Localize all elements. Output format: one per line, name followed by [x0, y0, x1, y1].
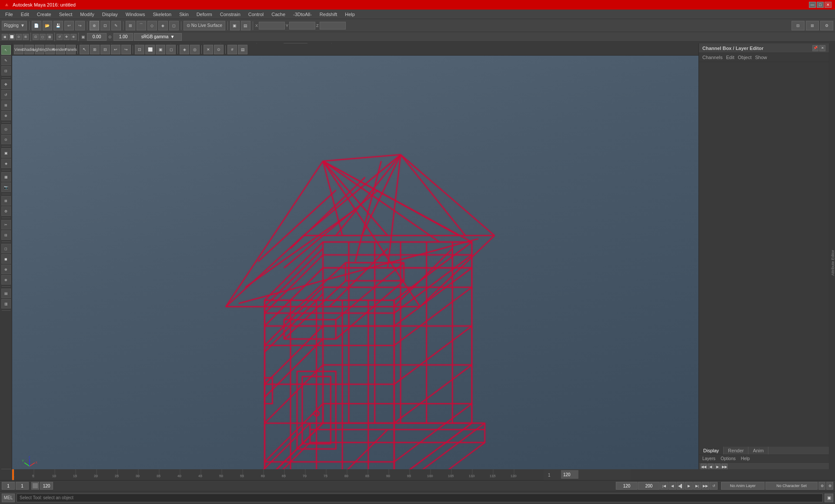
vp-grid[interactable]: # — [227, 45, 237, 54]
snap-surface-btn[interactable]: ◈ — [158, 21, 168, 30]
workspace-dropdown[interactable]: Rigging ▼ — [2, 21, 27, 30]
layer-prev[interactable]: ◀◀ — [701, 464, 707, 470]
zoom-btn[interactable]: ⊕ — [70, 34, 77, 40]
menu-skin[interactable]: Skin — [176, 11, 192, 18]
menu-cache[interactable]: Cache — [268, 11, 289, 18]
menu-modify[interactable]: Modify — [77, 11, 97, 18]
undo-btn[interactable]: ↩ — [64, 21, 74, 30]
menu-redshift[interactable]: Redshift — [316, 11, 341, 18]
menu-select[interactable]: Select — [56, 11, 76, 18]
vp-menu3[interactable]: Lighting — [35, 45, 44, 54]
orbit-btn[interactable]: ↺ — [57, 34, 63, 40]
menu-file[interactable]: File — [2, 11, 17, 18]
mel-python-toggle[interactable]: MEL — [2, 494, 15, 502]
persp-btn[interactable]: ⬜ — [9, 34, 15, 40]
vp-menu6[interactable]: Panels — [66, 45, 76, 54]
menu-windows[interactable]: Windows — [122, 11, 149, 18]
smooth-btn[interactable]: ◻ — [40, 34, 46, 40]
snap-curve-btn[interactable]: ⌒ — [137, 21, 146, 30]
vp-menu5[interactable]: Renderer — [56, 45, 65, 54]
layer-back[interactable]: ◀ — [708, 464, 714, 470]
new-scene-btn[interactable]: 📄 — [32, 21, 41, 30]
minimize-button[interactable]: — — [809, 2, 816, 8]
cb-channels[interactable]: Channels — [702, 55, 722, 60]
paint-btn[interactable]: ✎ — [111, 21, 121, 30]
next-frame-btn[interactable]: ▶| — [693, 482, 701, 490]
layer-fwd[interactable]: ▶ — [715, 464, 721, 470]
menu-3dtoall[interactable]: -3DtoAll- — [290, 11, 315, 18]
vp-flat[interactable]: ◻ — [166, 45, 176, 54]
vp-frame-all[interactable]: ⊞ — [90, 45, 100, 54]
pan-btn[interactable]: ✥ — [63, 34, 70, 40]
cb-tab-display[interactable]: Display — [699, 447, 724, 454]
view-btn[interactable]: ▣ — [2, 34, 8, 40]
range-max-input[interactable]: 200 — [638, 482, 660, 490]
snap-point-btn[interactable]: ◇ — [147, 21, 157, 30]
menu-help[interactable]: Help — [341, 11, 358, 18]
char-settings2[interactable]: ⚙ — [826, 482, 833, 490]
range-start-frame[interactable]: 1 — [16, 482, 29, 490]
cb-edit[interactable]: Edit — [726, 55, 734, 60]
frame-all-btn[interactable]: ⊞ — [23, 34, 29, 40]
ipr-btn[interactable]: ▤ — [241, 21, 250, 30]
open-btn[interactable]: 📂 — [43, 21, 52, 30]
menu-skeleton[interactable]: Skeleton — [149, 11, 175, 18]
tool-settings-toggle[interactable]: ⚙ — [820, 21, 833, 30]
next-key-btn[interactable]: ▶▶ — [701, 482, 709, 490]
texture-btn[interactable]: ▦ — [47, 34, 53, 40]
value2-field[interactable]: 1.00 — [114, 33, 133, 41]
cb-show[interactable]: Show — [755, 55, 767, 60]
gamma-field[interactable]: sRGB gamma ▼ — [134, 33, 182, 41]
range-end-frame[interactable]: 120 — [40, 482, 53, 490]
layer-last[interactable]: ▶▶ — [721, 464, 728, 470]
vp-frame-sel[interactable]: ⊟ — [100, 45, 110, 54]
cb-sub-help[interactable]: Help — [739, 456, 752, 461]
vp-ambient[interactable]: ◎ — [190, 45, 200, 54]
vp-xray[interactable]: ✕ — [204, 45, 213, 54]
cb-close[interactable]: ✕ — [819, 45, 825, 51]
vp-shadow[interactable]: ◈ — [180, 45, 189, 54]
save-btn[interactable]: 💾 — [53, 21, 63, 30]
cb-pin[interactable]: 📌 — [812, 45, 818, 51]
vp-redo[interactable]: ↪ — [121, 45, 131, 54]
menu-control[interactable]: Control — [245, 11, 267, 18]
cb-tab-anim[interactable]: Anim — [748, 447, 768, 454]
value1-field[interactable]: 0.00 — [87, 33, 107, 41]
play-fwd-btn[interactable]: ▶ — [685, 482, 693, 490]
vp-smooth[interactable]: ▣ — [156, 45, 165, 54]
current-frame-left[interactable]: 1 — [2, 482, 15, 490]
isolate-btn[interactable]: ⊙ — [16, 34, 22, 40]
snap-grid-btn[interactable]: ⊞ — [126, 21, 135, 30]
timeline[interactable]: 1 5 10 15 20 25 30 35 40 45 50 55 60 — [0, 469, 835, 480]
anim-layer-select[interactable]: No Anim Layer — [721, 482, 765, 490]
live-surface-btn[interactable]: ⊙ No Live Surface — [184, 21, 225, 30]
char-settings1[interactable]: ⚙ — [818, 482, 825, 490]
vp-undo[interactable]: ↩ — [111, 45, 120, 54]
anim-check[interactable] — [31, 482, 39, 490]
close-button[interactable]: ✕ — [825, 2, 832, 8]
cb-sub-layers[interactable]: Layers — [701, 456, 717, 461]
attr-editor-toggle[interactable]: ⊞ — [806, 21, 819, 30]
cmd-line-end[interactable]: ▣ — [825, 494, 833, 502]
menu-edit[interactable]: Edit — [17, 11, 33, 18]
redo-btn[interactable]: ↪ — [75, 21, 85, 30]
render-btn[interactable]: ▣ — [230, 21, 240, 30]
menu-display[interactable]: Display — [99, 11, 121, 18]
prev-key-btn[interactable]: |◀ — [660, 482, 668, 490]
wireframe-btn[interactable]: ⊡ — [33, 34, 39, 40]
menu-deform[interactable]: Deform — [193, 11, 216, 18]
loop-btn[interactable]: ↺ — [710, 482, 718, 490]
select-btn[interactable]: ⊕ — [90, 21, 99, 30]
cb-tab-render[interactable]: Render — [724, 447, 748, 454]
lasso-btn[interactable]: ⊡ — [100, 21, 110, 30]
status-text[interactable]: Select Tool: select an object — [17, 494, 823, 502]
cb-sub-options[interactable]: Options — [719, 456, 737, 461]
menu-constrain[interactable]: Constrain — [217, 11, 244, 18]
snap-view-btn[interactable]: ◻ — [169, 21, 179, 30]
viewport-3d[interactable]: persp X Y Z — [12, 56, 698, 480]
channel-box-toggle[interactable]: ⊟ — [792, 21, 805, 30]
range-end-input[interactable]: 120 — [616, 482, 638, 490]
character-set-select[interactable]: No Character Set — [765, 482, 818, 490]
prev-frame-btn[interactable]: ◀ — [668, 482, 676, 490]
vp-wire[interactable]: ⊡ — [135, 45, 144, 54]
